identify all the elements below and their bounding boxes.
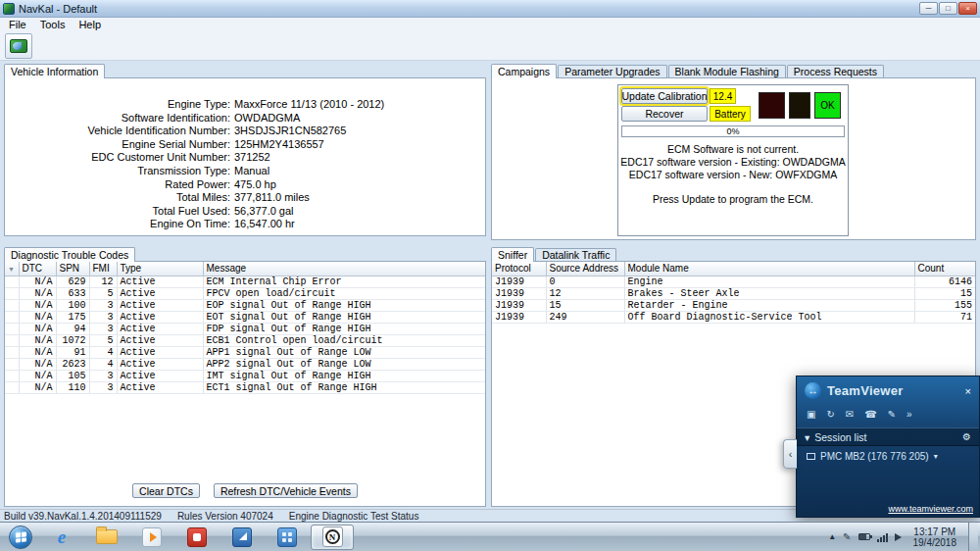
- titlebar[interactable]: NavKal - Default ─ □ ×: [0, 0, 980, 18]
- dtc-row[interactable]: N/A 175 3 Active EOT signal Out of Range…: [5, 311, 485, 323]
- column-header-spn[interactable]: SPN: [56, 262, 89, 276]
- spn-cell: 94: [56, 323, 89, 334]
- menu-tools[interactable]: Tools: [33, 18, 73, 31]
- column-header-fmi[interactable]: FMI: [89, 262, 117, 276]
- navkal-taskbar-icon: N: [322, 526, 343, 547]
- taskbar-clock[interactable]: 13:17 PM 19/4/2018: [908, 526, 962, 548]
- dtc-row[interactable]: N/A 110 3 Active ECT1 signal Out of Rang…: [5, 381, 485, 393]
- menu-bar: File Tools Help: [0, 18, 980, 31]
- tab-blank-module-flashing[interactable]: Blank Module Flashing: [668, 65, 786, 77]
- pen-tray-icon[interactable]: ✎: [843, 531, 851, 542]
- sniffer-row[interactable]: J1939 0 Engine 6146: [492, 276, 975, 287]
- dtc-cell: N/A: [19, 346, 56, 358]
- network-icon[interactable]: [877, 532, 888, 542]
- connect-ecm-button[interactable]: [5, 33, 32, 59]
- status-indicator-red: [759, 92, 785, 119]
- more-actions-icon[interactable]: »: [906, 409, 912, 420]
- module-name-cell: Engine: [624, 276, 914, 287]
- taskbar-item-blue-grid-app[interactable]: [266, 525, 309, 550]
- refresh-dtc-button[interactable]: Refresh DTC/Vehicle Events: [214, 483, 358, 498]
- menu-file[interactable]: File: [2, 18, 33, 31]
- call-icon[interactable]: ☎: [864, 409, 876, 420]
- annotate-icon[interactable]: ✎: [888, 409, 896, 420]
- column-header-protocol[interactable]: Protocol: [492, 262, 546, 276]
- spn-cell: 91: [56, 346, 89, 358]
- tab-process-requests[interactable]: Process Requests: [787, 65, 884, 77]
- spn-cell: 1072: [56, 334, 89, 346]
- sniffer-row[interactable]: J1939 15 Retarder - Engine 155: [492, 299, 975, 311]
- taskbar-item-internet-explorer[interactable]: e: [40, 525, 83, 550]
- session-list-bar[interactable]: ▾ Session list ⚙: [797, 427, 979, 446]
- minimize-button[interactable]: ─: [919, 2, 938, 15]
- column-header-source-address[interactable]: Source Address: [546, 262, 624, 276]
- computer-icon: [807, 453, 815, 460]
- taskbar-item-explorer[interactable]: [85, 525, 128, 550]
- show-hidden-icons-button[interactable]: ▲: [828, 532, 836, 541]
- field-value: MaxxForce 11/13 (2010 - 2012): [234, 98, 384, 112]
- dtc-table: ▼ DTC SPN FMI Type Message: [5, 262, 485, 394]
- dtc-section: Diagnostic Trouble Codes ▼ DTC SPN: [4, 246, 486, 507]
- tab-parameter-upgrades[interactable]: Parameter Upgrades: [558, 65, 666, 77]
- tab-diagnostic-trouble-codes[interactable]: Diagnostic Trouble Codes: [4, 247, 135, 262]
- taskbar-item-navkal[interactable]: N: [311, 525, 354, 550]
- tab-datalink-traffic[interactable]: Datalink Traffic: [535, 248, 616, 261]
- battery-label: Battery: [710, 106, 751, 122]
- spn-cell: 110: [56, 381, 89, 393]
- fmi-cell: 3: [89, 381, 117, 393]
- teamviewer-close-icon[interactable]: ×: [965, 385, 971, 397]
- field-label: Engine Serial Number:: [5, 138, 230, 152]
- tab-sniffer[interactable]: Sniffer: [491, 247, 534, 262]
- dtc-row[interactable]: N/A 1072 5 Active ECB1 Control open load…: [5, 334, 485, 346]
- dtc-row[interactable]: N/A 2623 4 Active APP2 signal Out of Ran…: [5, 358, 485, 370]
- column-header-dtc[interactable]: DTC: [19, 262, 56, 276]
- dtc-row[interactable]: N/A 105 3 Active IMT signal Out of Range…: [5, 370, 485, 381]
- session-list-item[interactable]: PMC MB2 (176 776 205) ▾: [797, 446, 979, 467]
- taskbar-item-media-player[interactable]: [130, 525, 173, 550]
- clock-date: 19/4/2018: [913, 537, 957, 548]
- dtc-row[interactable]: N/A 91 4 Active APP1 signal Out of Range…: [5, 346, 485, 358]
- sniffer-row[interactable]: J1939 249 Off Board Diagnostic-Service T…: [492, 311, 975, 323]
- column-header-count[interactable]: Count: [914, 262, 975, 276]
- column-header-message[interactable]: Message: [203, 262, 485, 276]
- dtc-row[interactable]: N/A 633 5 Active FPCV open load/circuit: [5, 287, 485, 299]
- taskbar-item-red-app[interactable]: [175, 525, 219, 550]
- maximize-button[interactable]: □: [939, 2, 957, 15]
- start-button[interactable]: [9, 526, 32, 549]
- teamviewer-collapse-handle[interactable]: ‹: [783, 439, 797, 469]
- teamviewer-titlebar[interactable]: ↔ TeamViewer ×: [797, 376, 979, 405]
- tab-vehicle-information[interactable]: Vehicle Information: [4, 64, 105, 78]
- teamviewer-website-link[interactable]: www.teamviewer.com: [888, 504, 973, 514]
- status-line: ECM Software is not current.: [618, 143, 848, 156]
- type-cell: Active: [117, 311, 203, 323]
- taskbar-item-blue-app[interactable]: [220, 525, 264, 550]
- fmi-cell: 5: [89, 334, 117, 346]
- remote-monitor-icon[interactable]: ▣: [807, 409, 815, 420]
- dtc-row[interactable]: N/A 94 3 Active FDP signal Out of Range …: [5, 323, 485, 334]
- status-line: EDC17 software version - Existing: OWDAD…: [618, 156, 848, 169]
- column-header-type[interactable]: Type: [117, 262, 203, 276]
- dtc-row[interactable]: N/A 629 12 Active ECM Internal Chip Erro…: [5, 276, 485, 287]
- rules-version-text: Rules Version 407024: [177, 511, 273, 522]
- recover-button[interactable]: Recover: [621, 106, 708, 122]
- type-cell: Active: [117, 358, 203, 370]
- tab-campaigns[interactable]: Campaigns: [491, 64, 557, 78]
- clear-dtcs-button[interactable]: Clear DTCs: [132, 483, 200, 498]
- update-calibration-button[interactable]: Update Calibration: [621, 88, 708, 104]
- refresh-icon[interactable]: ↻: [826, 409, 834, 420]
- sniffer-row[interactable]: J1939 12 Brakes - Steer Axle 15: [492, 287, 975, 299]
- field-label: Rated Power:: [5, 178, 230, 192]
- window-controls: ─ □ ×: [919, 2, 977, 15]
- spn-cell: 633: [56, 287, 89, 299]
- chat-icon[interactable]: ✉: [846, 409, 854, 420]
- dtc-row[interactable]: N/A 100 3 Active EOP signal Out of Range…: [5, 299, 485, 311]
- menu-help[interactable]: Help: [72, 18, 108, 31]
- type-cell: Active: [117, 334, 203, 346]
- show-desktop-button[interactable]: [968, 523, 978, 551]
- column-header-module-name[interactable]: Module Name: [624, 262, 914, 276]
- gear-icon[interactable]: ⚙: [962, 431, 971, 442]
- field-value: 16,547.00 hr: [234, 218, 295, 231]
- close-button[interactable]: ×: [958, 2, 977, 15]
- battery-icon[interactable]: [858, 533, 870, 540]
- volume-icon[interactable]: [895, 533, 902, 541]
- filter-column-header[interactable]: ▼: [5, 262, 19, 276]
